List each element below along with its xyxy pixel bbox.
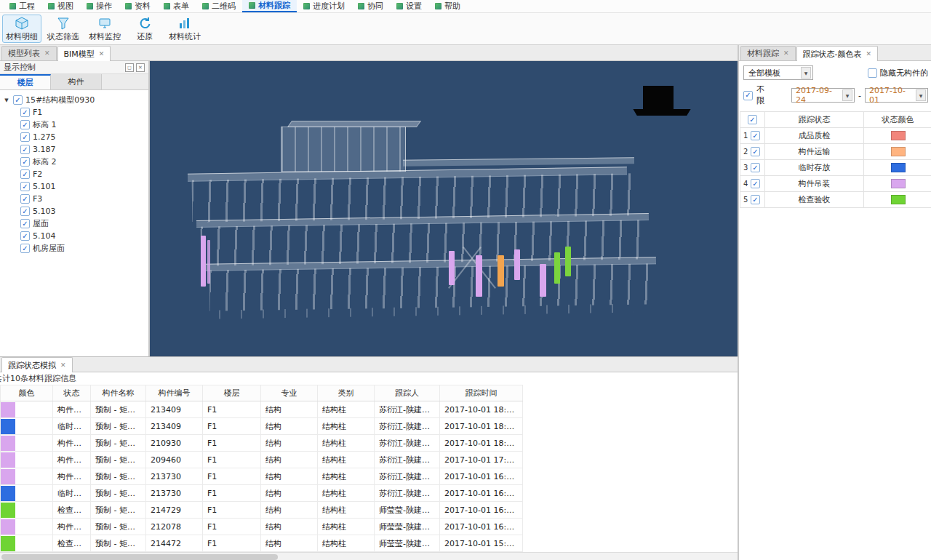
tree-item[interactable]: 3.187 <box>3 143 148 156</box>
tree-item-checkbox[interactable] <box>20 182 30 191</box>
tree-item-checkbox[interactable] <box>20 120 30 129</box>
material-detail-button[interactable]: 材料明细 <box>2 15 41 43</box>
col-header-color[interactable]: 颜色 <box>1 385 53 401</box>
tree-item[interactable]: 标高 2 <box>3 156 148 168</box>
restore-button[interactable]: 还原 <box>127 15 163 43</box>
menu-item-qrcode[interactable]: 二维码 <box>196 0 242 12</box>
menu-item-material-tracking[interactable]: 材料跟踪 <box>242 0 297 12</box>
close-panel-icon[interactable]: ✕ <box>136 63 145 72</box>
material-stats-button[interactable]: 材料统计 <box>165 15 204 43</box>
tab-model-list[interactable]: 模型列表 ✕ <box>1 46 57 60</box>
tree-item-checkbox[interactable] <box>20 207 30 216</box>
tree-expand-icon[interactable]: ▼ <box>3 97 10 103</box>
row-checkbox[interactable] <box>751 131 760 140</box>
tree-item[interactable]: 1.275 <box>3 131 148 143</box>
menu-item-view[interactable]: 视图 <box>41 0 80 12</box>
tree-item[interactable]: 机房屋面 <box>3 242 148 255</box>
3d-viewport[interactable] <box>150 61 738 356</box>
tree-item-checkbox[interactable] <box>20 145 30 154</box>
close-icon[interactable]: ✕ <box>783 50 789 57</box>
tree-item[interactable]: 5.103 <box>3 205 148 217</box>
float-panel-icon[interactable]: ◻ <box>125 63 134 72</box>
template-select[interactable]: 全部模板 ▼ <box>743 65 813 80</box>
tracking-table-row[interactable]: 构件吊装 预制 - 矩形柱 :... 212078 F1 结构 结构柱 师莹莹-… <box>1 519 523 535</box>
col-header-component-code[interactable]: 构件编号 <box>146 385 203 401</box>
tree-item-checkbox[interactable] <box>20 108 30 117</box>
col-header-discipline[interactable]: 专业 <box>261 385 318 401</box>
tracking-table-row[interactable]: 临时存放 预制 - 矩形柱 :... 213730 F1 结构 结构柱 苏衍江-… <box>1 485 523 502</box>
chevron-down-icon[interactable]: ▼ <box>916 89 926 101</box>
menu-item-data[interactable]: 资料 <box>119 0 157 12</box>
close-icon[interactable]: ✕ <box>44 50 50 57</box>
col-header-status[interactable]: 状态 <box>53 385 91 401</box>
status-color-row[interactable]: 1 成品质检 <box>740 128 931 144</box>
select-all-checkbox[interactable] <box>748 115 757 124</box>
row-checkbox[interactable] <box>751 179 760 188</box>
col-header-tracking-status[interactable]: 跟踪状态 <box>765 112 864 128</box>
tree-item-checkbox[interactable] <box>20 157 30 167</box>
tracking-table-row[interactable]: 构件吊装 预制 - 矩形柱 :... 210930 F1 结构 结构柱 苏衍江-… <box>1 435 523 452</box>
status-color-row[interactable]: 3 临时存放 <box>740 160 931 176</box>
status-color-row[interactable]: 4 构件吊装 <box>740 176 931 192</box>
tracking-table-row[interactable]: 检查验收 预制 - 矩形柱 :... 214472 F1 结构 结构柱 师莹莹-… <box>1 535 523 552</box>
tree-item-checkbox[interactable] <box>20 231 30 241</box>
menu-item-help[interactable]: 帮助 <box>428 0 467 12</box>
date-from-picker[interactable]: 2017-09-24 ▼ <box>791 88 855 103</box>
tree-item[interactable]: 5.101 <box>3 180 148 193</box>
status-color-row[interactable]: 5 检查验收 <box>740 192 931 208</box>
material-monitor-button[interactable]: 材料监控 <box>85 15 124 43</box>
col-header-tracking-time[interactable]: 跟踪时间 <box>440 385 523 401</box>
tracking-table-row[interactable]: 构件吊装 预制 - 矩形柱 :... 209460 F1 结构 结构柱 苏衍江-… <box>1 452 523 468</box>
tab-components[interactable]: 构件 <box>51 74 102 89</box>
tree-item[interactable]: 5.104 <box>3 230 148 242</box>
tab-tracking-simulation[interactable]: 跟踪状态模拟 ✕ <box>1 357 73 372</box>
menu-item-form[interactable]: 表单 <box>157 0 196 12</box>
tree-item[interactable]: 标高 1 <box>3 119 148 131</box>
col-header-tracker[interactable]: 跟踪人 <box>375 385 440 401</box>
close-icon[interactable]: ✕ <box>99 51 105 57</box>
col-header-floor[interactable]: 楼层 <box>203 385 261 401</box>
tree-item-checkbox[interactable] <box>20 219 30 228</box>
tab-floors[interactable]: 楼层 <box>0 74 51 89</box>
tracking-table-row[interactable]: 临时存放 预制 - 矩形柱 :... 213409 F1 结构 结构柱 苏衍江-… <box>1 418 523 435</box>
menu-item-collaboration[interactable]: 协同 <box>351 0 390 12</box>
status-color-row[interactable]: 2 构件运输 <box>740 144 931 160</box>
hide-empty-option[interactable]: 隐藏无构件的 <box>868 68 928 79</box>
row-checkbox[interactable] <box>751 195 760 204</box>
horizontal-scrollbar[interactable] <box>0 552 738 560</box>
row-checkbox[interactable] <box>751 163 760 172</box>
chevron-down-icon[interactable]: ▼ <box>801 67 811 79</box>
tree-item[interactable]: 屋面 <box>3 217 148 230</box>
close-icon[interactable]: ✕ <box>60 362 66 369</box>
tree-item-checkbox[interactable] <box>20 132 30 142</box>
menu-item-settings[interactable]: 设置 <box>390 0 428 12</box>
close-icon[interactable]: ✕ <box>866 51 872 57</box>
tree-item[interactable]: F1 <box>3 106 148 119</box>
tracking-table-row[interactable]: 检查验收 预制 - 矩形柱 :... 214729 F1 结构 结构柱 师莹莹-… <box>1 502 523 519</box>
row-checkbox[interactable] <box>751 147 760 156</box>
menu-item-schedule[interactable]: 进度计划 <box>297 0 351 12</box>
col-header-category[interactable]: 类别 <box>318 385 375 401</box>
hide-empty-checkbox[interactable] <box>868 68 877 78</box>
menu-item-operation[interactable]: 操作 <box>80 0 119 12</box>
tab-material-tracking[interactable]: 材料跟踪 ✕ <box>740 46 796 60</box>
tree-root-checkbox[interactable] <box>13 95 23 105</box>
tab-bim-model[interactable]: BIM模型 ✕ <box>57 46 111 61</box>
scrollbar-thumb[interactable] <box>1 554 278 560</box>
tree-item[interactable]: F3 <box>3 193 148 205</box>
chevron-down-icon[interactable]: ▼ <box>842 89 852 101</box>
menu-item-project[interactable]: 工程 <box>3 0 41 12</box>
col-header-status-color[interactable]: 状态颜色 <box>864 112 931 128</box>
tree-item-checkbox[interactable] <box>20 169 30 179</box>
tree-root[interactable]: ▼ 15#结构模型0930 <box>3 94 148 106</box>
tree-item[interactable]: F2 <box>3 168 148 180</box>
date-to-picker[interactable]: 2017-10-01 ▼ <box>865 88 928 103</box>
status-filter-button[interactable]: 状态筛选 <box>44 15 83 43</box>
col-header-component-name[interactable]: 构件名称 <box>91 385 146 401</box>
tracking-table-row[interactable]: 构件吊装 预制 - 矩形柱 :... 213409 F1 结构 结构柱 苏衍江-… <box>1 401 523 418</box>
tree-item-checkbox[interactable] <box>20 244 30 253</box>
no-limit-checkbox[interactable] <box>743 91 753 100</box>
tree-item-checkbox[interactable] <box>20 194 30 204</box>
tracking-table-row[interactable]: 构件吊装 预制 - 矩形柱 :... 213730 F1 结构 结构柱 苏衍江-… <box>1 468 523 485</box>
tab-status-color-table[interactable]: 跟踪状态-颜色表 ✕ <box>796 46 879 61</box>
